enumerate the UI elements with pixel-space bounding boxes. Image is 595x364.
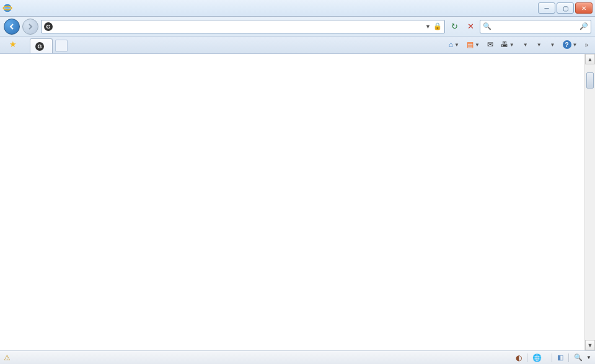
refresh-icon: ↻ <box>451 22 458 31</box>
window-titlebar: ─ ▢ ✕ <box>0 0 595 17</box>
scroll-up-button[interactable]: ▲ <box>585 54 595 64</box>
chevron-down-icon: ▼ <box>573 42 578 48</box>
help-button[interactable]: ?▼ <box>560 38 581 51</box>
feeds-button[interactable]: ▤▼ <box>464 38 483 51</box>
scroll-down-button[interactable]: ▼ <box>585 340 595 350</box>
favorites-button[interactable]: ★ <box>4 37 25 51</box>
content-area: ▲ ▼ <box>0 54 595 350</box>
page-menu[interactable]: ▼ <box>519 40 531 50</box>
zoom-icon: 🔍 <box>574 353 583 362</box>
search-go-icon[interactable]: 🔎 <box>580 22 588 30</box>
chevron-down-icon: ▼ <box>537 42 542 48</box>
popup-blocker-icon[interactable]: ◐ <box>516 353 522 362</box>
progress-icon: ◧ <box>557 353 563 362</box>
safety-menu[interactable]: ▼ <box>532 40 545 50</box>
status-bar: ⚠ ◐ 🌐 ◧ 🔍 ▼ <box>0 350 595 364</box>
help-icon: ? <box>563 40 571 49</box>
back-button[interactable] <box>4 19 20 35</box>
chevron-down-icon: ▼ <box>523 42 528 48</box>
command-bar: ⌂▼ ▤▼ ✉ 🖶▼ ▼ ▼ ▼ ?▼ » <box>446 38 591 51</box>
print-button[interactable]: 🖶▼ <box>498 38 518 51</box>
chevron-right-icon: » <box>584 41 588 48</box>
chevron-down-icon: ▼ <box>586 355 591 360</box>
maximize-button[interactable]: ▢ <box>557 2 574 14</box>
forward-button[interactable] <box>22 19 38 35</box>
arrow-right-icon <box>27 23 34 30</box>
window-controls: ─ ▢ ✕ <box>538 2 593 14</box>
home-icon: ⌂ <box>449 40 453 49</box>
minimize-button[interactable]: ─ <box>538 2 555 14</box>
navigation-bar: G ▼ 🔒 ↻ ✕ 🔍 🔎 <box>0 17 595 37</box>
more-commands[interactable]: » <box>581 40 591 50</box>
tab-bar: ★ G ⌂▼ ▤▼ ✉ 🖶▼ ▼ ▼ ▼ ?▼ » <box>0 37 595 54</box>
page-content <box>0 54 595 350</box>
close-button[interactable]: ✕ <box>575 2 593 14</box>
separator <box>527 353 527 362</box>
stop-icon: ✕ <box>467 22 474 31</box>
new-tab-button[interactable] <box>55 40 68 52</box>
read-mail-button[interactable]: ✉ <box>484 38 496 51</box>
tab-favicon-icon: G <box>35 42 44 51</box>
lock-icon[interactable]: 🔒 <box>433 22 442 30</box>
tools-menu[interactable]: ▼ <box>546 40 558 50</box>
mail-icon: ✉ <box>487 40 493 49</box>
address-bar[interactable]: G ▼ 🔒 <box>41 20 445 33</box>
separator <box>568 353 569 362</box>
chevron-down-icon: ▼ <box>509 42 514 48</box>
ie-logo-icon <box>2 3 12 13</box>
globe-icon: 🌐 <box>532 353 542 362</box>
search-box[interactable]: 🔍 🔎 <box>480 20 591 33</box>
print-icon: 🖶 <box>501 40 508 49</box>
arrow-left-icon <box>8 23 15 30</box>
chevron-down-icon: ▼ <box>454 42 459 48</box>
tab-active[interactable]: G <box>30 38 53 53</box>
separator <box>552 353 552 362</box>
chevron-down-icon: ▼ <box>550 42 555 48</box>
address-dropdown-icon[interactable]: ▼ <box>425 24 431 30</box>
vertical-scrollbar[interactable]: ▲ ▼ <box>584 54 595 350</box>
refresh-button[interactable]: ↻ <box>447 20 461 33</box>
warning-icon: ⚠ <box>4 353 11 362</box>
stop-button[interactable]: ✕ <box>464 20 477 33</box>
star-icon: ★ <box>9 40 17 49</box>
zoom-control[interactable]: 🔍 ▼ <box>574 353 591 362</box>
scroll-thumb[interactable] <box>586 72 594 89</box>
site-favicon-icon: G <box>44 22 53 31</box>
chevron-down-icon: ▼ <box>475 42 480 48</box>
home-button[interactable]: ⌂▼ <box>446 38 462 51</box>
search-provider-icon: 🔍 <box>483 22 491 30</box>
rss-icon: ▤ <box>467 40 474 49</box>
